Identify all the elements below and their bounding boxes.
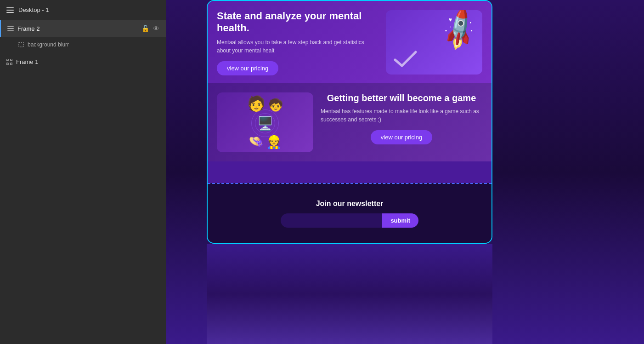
sidebar-item-background-blurr[interactable]: background blurr xyxy=(0,37,166,52)
bottom-card-text: Getting better will become a game Mentaa… xyxy=(321,92,482,144)
submit-button[interactable]: submit xyxy=(382,213,418,228)
sidebar-item-frame1[interactable]: Frame 1 xyxy=(0,53,166,70)
rocket-icon: 🚀 xyxy=(435,10,482,54)
canvas-area: State and analyze your mental health. Me… xyxy=(166,0,644,344)
sidebar-header: Desktop - 1 xyxy=(0,0,166,20)
bottom-card: 🧑 🧒 🖥️ 👒 👷 xyxy=(208,83,491,161)
bottom-card-desc: Mentaal has features made to make life l… xyxy=(321,107,482,124)
frame1-label: Frame 1 xyxy=(16,58,38,65)
frame2-actions: 🔓 👁 xyxy=(141,25,159,32)
top-card-title: State and analyze your mental health. xyxy=(217,10,378,34)
desktop-title: Desktop - 1 xyxy=(18,6,49,13)
frame2-label: Frame 2 xyxy=(17,25,141,32)
top-card-text: State and analyze your mental health. Me… xyxy=(217,10,378,75)
eye-icon[interactable]: 👁 xyxy=(153,25,159,32)
frame2-icon xyxy=(7,26,14,31)
newsletter-section: Join our newsletter submit xyxy=(208,183,491,243)
newsletter-row: submit xyxy=(281,213,418,228)
svg-rect-6 xyxy=(11,59,12,61)
bottom-card-title: Getting better will become a game xyxy=(321,92,482,103)
svg-rect-4 xyxy=(6,59,8,61)
view-pricing-btn-bottom[interactable]: view our pricing xyxy=(371,130,432,144)
newsletter-input[interactable] xyxy=(281,213,382,228)
frame1-icon xyxy=(6,59,12,65)
svg-rect-1 xyxy=(7,28,14,29)
bg-below-frame xyxy=(207,244,492,344)
sidebar: Desktop - 1 Frame 2 🔓 👁 background blurr xyxy=(0,0,166,344)
checkmark-icon xyxy=(393,48,418,69)
frame2-outer: State and analyze your mental health. Me… xyxy=(207,0,492,244)
top-card: State and analyze your mental health. Me… xyxy=(208,1,491,83)
top-card-desc: Mentaal allows you to take a few step ba… xyxy=(217,38,378,55)
lock-icon[interactable]: 🔓 xyxy=(141,25,149,32)
bottom-card-visual: 🧑 🧒 🖥️ 👒 👷 xyxy=(217,92,313,152)
person3-icon: 👒 xyxy=(249,134,263,149)
newsletter-title: Join our newsletter xyxy=(316,200,384,208)
top-card-visual: 🚀 xyxy=(386,10,482,75)
sidebar-item-frame2[interactable]: Frame 2 🔓 👁 xyxy=(0,20,166,37)
background-blurr-label: background blurr xyxy=(28,41,69,48)
svg-rect-7 xyxy=(11,63,12,65)
svg-rect-0 xyxy=(7,26,14,27)
view-pricing-btn-top[interactable]: view our pricing xyxy=(217,61,278,75)
svg-rect-5 xyxy=(6,63,8,65)
svg-rect-3 xyxy=(19,42,23,47)
computer-icon: 🖥️ xyxy=(257,116,273,131)
svg-rect-2 xyxy=(7,30,14,31)
sublayer-dashed-icon xyxy=(18,42,24,47)
person2-icon: 🧒 xyxy=(268,98,283,112)
hamburger-icon[interactable] xyxy=(6,7,14,13)
